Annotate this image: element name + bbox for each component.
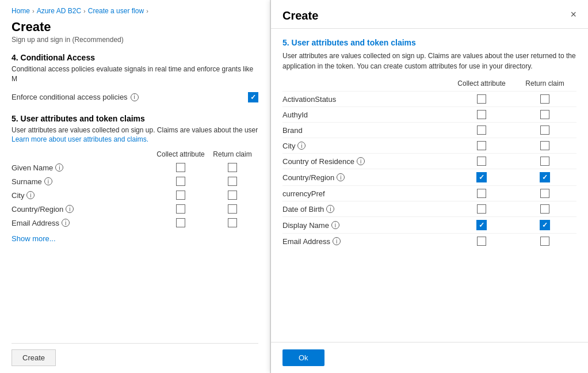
rp-return-checkbox[interactable]	[540, 157, 549, 166]
rp-return-col[interactable]	[513, 125, 576, 135]
enforce-label-text: Enforce conditional access policies	[12, 93, 128, 101]
rp-collect-col[interactable]	[450, 172, 513, 182]
breadcrumb-home[interactable]: Home	[12, 7, 30, 15]
collect-checkbox[interactable]	[176, 177, 185, 186]
rp-return-col[interactable]	[513, 204, 576, 214]
rp-return-col[interactable]	[513, 220, 576, 230]
rp-return-checkbox[interactable]	[540, 172, 550, 182]
left-return-col[interactable]	[207, 177, 258, 186]
enforce-info-icon: i	[131, 93, 139, 101]
enforce-row: Enforce conditional access policies i	[12, 90, 258, 105]
left-attr-row: Email Address i	[12, 216, 258, 230]
rp-collect-col[interactable]	[450, 189, 513, 198]
return-checkbox[interactable]	[228, 163, 237, 172]
rp-collect-col[interactable]	[450, 94, 513, 104]
left-return-col[interactable]	[207, 204, 258, 214]
conditional-access-section: 4. Conditional Access Conditional access…	[12, 53, 258, 105]
collect-checkbox[interactable]	[176, 218, 185, 227]
left-collect-col[interactable]	[155, 191, 207, 200]
rp-collect-checkbox[interactable]	[476, 172, 487, 182]
attr-info-icon: i	[26, 191, 35, 199]
rp-collect-checkbox[interactable]	[477, 125, 486, 135]
left-attr-row: Given Name i	[12, 161, 258, 174]
left-collect-col[interactable]	[155, 218, 207, 227]
left-return-col[interactable]	[207, 218, 258, 227]
rp-collect-col[interactable]	[450, 157, 513, 166]
rp-collect-checkbox[interactable]	[477, 110, 486, 119]
breadcrumb-current: Create a user flow	[88, 7, 144, 15]
show-more-link[interactable]: Show more...	[12, 234, 258, 243]
rp-return-checkbox[interactable]	[540, 220, 550, 230]
rp-collect-col[interactable]	[450, 220, 513, 230]
rp-return-col[interactable]	[513, 94, 576, 104]
left-collect-col[interactable]	[155, 204, 207, 214]
rp-return-checkbox[interactable]	[540, 189, 549, 198]
rp-collect-checkbox[interactable]	[476, 220, 487, 230]
rp-return-col[interactable]	[513, 157, 576, 166]
rp-return-col[interactable]	[513, 237, 576, 246]
rp-attr-info-icon: i	[297, 142, 306, 150]
rp-return-checkbox[interactable]	[540, 204, 549, 214]
rp-return-checkbox[interactable]	[540, 141, 549, 150]
rp-attr-info-icon: i	[357, 157, 365, 165]
left-attr-table: Given Name i Surname i City i	[12, 161, 258, 230]
section4-desc: Conditional access policies evaluate sig…	[12, 64, 258, 84]
rp-collect-checkbox[interactable]	[477, 237, 486, 246]
rp-return-col[interactable]	[513, 110, 576, 119]
rp-return-checkbox[interactable]	[540, 94, 549, 104]
left-attr-name: Email Address i	[12, 219, 155, 227]
rp-attr-name: City i	[282, 142, 450, 150]
close-button[interactable]: ×	[570, 9, 576, 20]
right-attr-row: Country/Region i	[282, 169, 576, 185]
right-panel: Create × 5. User attributes and token cl…	[270, 0, 588, 373]
enforce-checkbox[interactable]	[248, 92, 258, 102]
return-checkbox[interactable]	[228, 218, 237, 227]
left-attr-row: City i	[12, 188, 258, 202]
rp-collect-checkbox[interactable]	[477, 141, 486, 150]
left-collect-col[interactable]	[155, 163, 207, 172]
rp-return-col[interactable]	[513, 189, 576, 198]
rp-return-col[interactable]	[513, 141, 576, 150]
return-claim-header: Return claim	[207, 150, 258, 158]
right-panel-footer: Ok	[271, 342, 588, 373]
rp-collect-col[interactable]	[450, 110, 513, 119]
rp-collect-col[interactable]	[450, 125, 513, 135]
ok-button[interactable]: Ok	[282, 349, 324, 366]
rp-collect-header: Collect attribute	[450, 79, 513, 87]
attr-info-icon: i	[62, 219, 70, 227]
rp-collect-checkbox[interactable]	[477, 204, 486, 214]
rp-attr-name: Date of Birth i	[282, 205, 450, 214]
return-checkbox[interactable]	[228, 204, 237, 214]
left-return-col[interactable]	[207, 191, 258, 200]
rp-collect-checkbox[interactable]	[477, 94, 486, 104]
left-collect-col[interactable]	[155, 177, 207, 186]
attr-info-icon: i	[55, 163, 63, 172]
attr-info-icon: i	[66, 205, 74, 213]
create-button[interactable]: Create	[12, 349, 56, 366]
rp-collect-col[interactable]	[450, 204, 513, 214]
rp-collect-col[interactable]	[450, 237, 513, 246]
return-checkbox[interactable]	[228, 177, 237, 186]
rp-return-col[interactable]	[513, 172, 576, 182]
rp-return-header: Return claim	[513, 79, 576, 87]
right-attr-row: City i	[282, 138, 576, 153]
section5-learn-more[interactable]: Learn more about user attributes and cla…	[12, 135, 148, 143]
rp-return-checkbox[interactable]	[540, 237, 549, 246]
left-attr-name: Country/Region i	[12, 205, 155, 214]
collect-checkbox[interactable]	[176, 204, 185, 214]
section4-title: 4. Conditional Access	[12, 53, 258, 62]
left-return-col[interactable]	[207, 163, 258, 172]
left-attr-name: City i	[12, 191, 155, 200]
rp-collect-checkbox[interactable]	[477, 157, 486, 166]
return-checkbox[interactable]	[228, 191, 237, 200]
rp-collect-col[interactable]	[450, 141, 513, 150]
rp-return-checkbox[interactable]	[540, 110, 549, 119]
rp-attr-info-icon: i	[326, 205, 334, 213]
collect-checkbox[interactable]	[176, 191, 185, 200]
rp-attr-info-icon: i	[331, 221, 339, 229]
rp-return-checkbox[interactable]	[540, 125, 549, 135]
breadcrumb-aad[interactable]: Azure AD B2C	[37, 7, 81, 15]
collect-checkbox[interactable]	[176, 163, 185, 172]
right-attr-table: ActivationStatus AuthyId Brand	[282, 91, 576, 249]
rp-collect-checkbox[interactable]	[477, 189, 486, 198]
